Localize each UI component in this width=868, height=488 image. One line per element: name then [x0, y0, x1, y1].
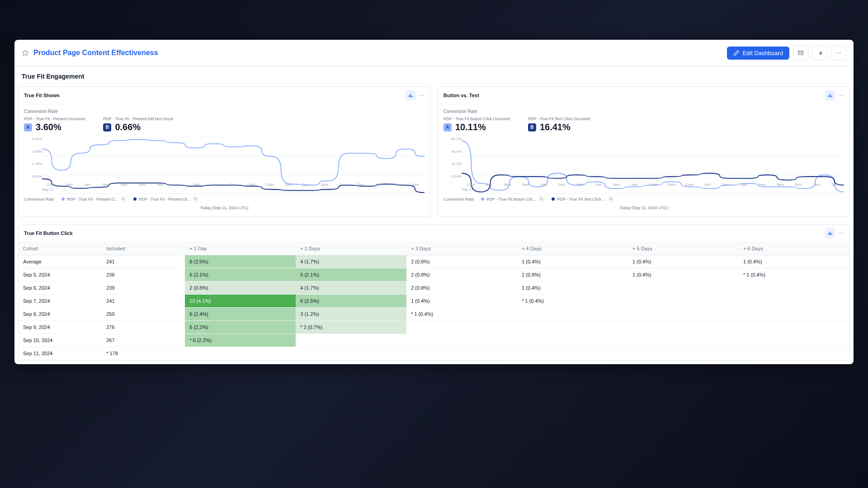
cohort-value-cell: 2 (0.8%)	[406, 255, 517, 268]
table-row: Sep 6, 20242392 (0.8%)4 (1.7%)2 (0.8%)1 …	[19, 282, 849, 295]
metric-series-b: PDP - True Fit - Present Did Not Occur B…	[103, 117, 173, 132]
cohort-value-cell: 6 (2.4%)	[185, 308, 296, 321]
cohort-value-cell: * 1 (0.4%)	[517, 295, 628, 308]
cohort-value-cell: 6 (2.5%)	[185, 255, 296, 268]
cohort-value-cell: 6 (2.5%)	[296, 295, 406, 308]
cohort-value-cell: 1 (0.4%)	[628, 268, 739, 282]
legend-label: Conversion Rate	[443, 197, 474, 202]
cohort-value-cell	[739, 321, 849, 334]
metric-a-label: PDP - True Fit - Present Occurred	[24, 117, 85, 121]
table-header[interactable]: Included	[102, 242, 185, 255]
svg-point-3	[838, 52, 839, 53]
settings-icon[interactable]	[608, 196, 614, 202]
legend-dot-b	[133, 197, 137, 201]
svg-point-16	[195, 198, 196, 200]
cohort-value-cell: 4 (1.7%)	[296, 282, 406, 295]
svg-point-34	[842, 233, 843, 234]
table-header[interactable]: + 6 Days	[739, 242, 849, 255]
chart-2: 66.7%44.4%22.2%0.00% 12am1am2am3am4am5am…	[443, 137, 844, 187]
chart-1: 5.34%3.56%1.78%0.00% 12am1am2am3am4am5am…	[24, 137, 425, 187]
cohort-value-cell: 6 (2.2%)	[185, 321, 296, 334]
cohort-value-cell	[406, 334, 517, 347]
svg-point-9	[421, 95, 422, 96]
cohort-cell: Sep 6, 2024	[19, 282, 102, 295]
svg-point-4	[840, 52, 841, 53]
included-cell: 241	[102, 295, 185, 308]
top-bar: Product Page Content Effectiveness Edit …	[14, 40, 854, 66]
mail-button[interactable]	[793, 45, 808, 61]
cohort-value-cell: 2 (0.8%)	[517, 268, 628, 282]
table-header[interactable]: + 3 Days	[406, 242, 517, 255]
legend-item-a[interactable]: PDP - True Fit Button Clic...	[481, 196, 544, 202]
panel-header: True Fit Button Click	[19, 225, 849, 242]
table-header[interactable]: + 4 Days	[517, 242, 628, 255]
cohort-value-cell	[739, 347, 849, 360]
table-row: Sep 10, 2024267* 6 (2.2%)	[19, 334, 849, 347]
metric-a-value: 10.11%	[455, 122, 486, 132]
cohort-value-cell	[517, 334, 628, 347]
cohort-value-cell: 4 (1.7%)	[296, 255, 406, 268]
cohort-value-cell	[628, 282, 739, 295]
share-button[interactable]	[812, 45, 827, 61]
table-header[interactable]: + 2 Days	[296, 242, 406, 255]
panel-title: True Fit Button Click	[24, 230, 73, 236]
metric-b-label: PDP - True Fit Text Click Occurred	[528, 117, 590, 121]
svg-rect-29	[828, 233, 829, 235]
cohort-cell: Sep 8, 2024	[19, 308, 102, 321]
table-header[interactable]: Cohort	[19, 242, 102, 255]
svg-rect-19	[831, 95, 832, 97]
included-cell: 267	[102, 334, 185, 347]
metric-a-label: PDP - True Fit Button Click Occurred	[443, 117, 510, 121]
metric-b-label: PDP - True Fit - Present Did Not Occur	[103, 117, 173, 121]
table-row: Average2416 (2.5%)4 (1.7%)2 (0.8%)1 (0.4…	[19, 255, 849, 268]
more-icon[interactable]	[838, 92, 844, 99]
settings-icon[interactable]	[538, 196, 544, 202]
legend-dot-b	[552, 197, 555, 201]
cohort-value-cell	[406, 321, 517, 334]
cohort-value-cell	[296, 347, 406, 360]
settings-icon[interactable]	[120, 196, 126, 202]
cohort-value-cell	[739, 295, 849, 308]
table-body: Average2416 (2.5%)4 (1.7%)2 (0.8%)1 (0.4…	[19, 255, 849, 360]
chart-caption: Today (Sep 11, 2024 UTC)	[443, 206, 844, 210]
chart-type-button[interactable]	[406, 90, 415, 100]
metric-b-value: 0.66%	[115, 122, 141, 132]
settings-icon[interactable]	[193, 196, 198, 202]
legend-item-b[interactable]: PDP - True Fit Text Click ...	[552, 196, 614, 202]
table-header[interactable]: + 1 Day	[185, 242, 296, 255]
cohort-value-cell	[628, 347, 739, 360]
legend-item-a[interactable]: PDP - True Fit - Present O...	[61, 196, 126, 202]
cohort-value-cell: 1 (0.4%)	[739, 255, 849, 268]
share-icon	[816, 50, 823, 56]
included-cell: 236	[102, 268, 185, 282]
edit-dashboard-button[interactable]: Edit Dashboard	[727, 47, 789, 60]
table-header-row: CohortIncluded+ 1 Day+ 2 Days+ 3 Days+ 4…	[19, 242, 849, 255]
svg-rect-6	[410, 94, 411, 97]
svg-point-15	[123, 198, 124, 200]
badge-b: B	[528, 123, 536, 131]
included-cell: * 178	[102, 347, 185, 360]
more-button[interactable]	[831, 45, 846, 61]
table-header[interactable]: + 5 Days	[628, 242, 739, 255]
cohort-value-cell	[628, 295, 739, 308]
top-bar-right: Edit Dashboard	[727, 45, 846, 61]
svg-point-27	[541, 198, 542, 200]
legend-label: Conversion Rate	[24, 197, 54, 202]
cohort-cell: Sep 10, 2024	[19, 334, 102, 347]
chart-type-button[interactable]	[825, 90, 835, 100]
star-icon[interactable]	[22, 49, 29, 56]
cohort-value-cell	[517, 308, 628, 321]
cohort-value-cell: 5 (2.1%)	[185, 268, 296, 282]
bar-chart-icon	[408, 93, 413, 98]
metric-label: Conversion Rate	[443, 109, 844, 114]
more-icon[interactable]	[418, 92, 425, 99]
cohort-cell: Sep 5, 2024	[19, 268, 102, 282]
svg-marker-0	[22, 50, 28, 56]
legend-item-b[interactable]: PDP - True Fit - Present Di...	[133, 196, 198, 202]
more-icon[interactable]	[838, 230, 844, 236]
chart-type-button[interactable]	[825, 228, 835, 238]
included-cell: 239	[102, 282, 185, 295]
included-cell: 276	[102, 321, 185, 334]
cohort-value-cell: * 2 (0.7%)	[296, 321, 406, 334]
svg-point-2	[836, 52, 837, 53]
